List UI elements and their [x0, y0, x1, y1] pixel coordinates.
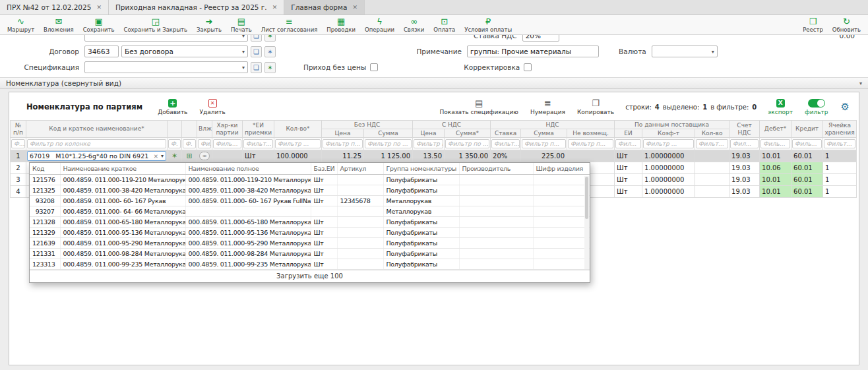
vat-account-cell[interactable]: 19.03 [729, 162, 760, 174]
close-icon[interactable]: ✕ [96, 4, 102, 11]
credit-cell[interactable]: 60.01 [791, 150, 823, 162]
non-refundable-cell[interactable] [567, 150, 615, 162]
item-manufacturer[interactable] [459, 206, 533, 217]
item-group[interactable]: Полуфабрикаты [383, 249, 459, 259]
supplier-unit-cell[interactable]: Шт [615, 162, 642, 174]
item-full-name[interactable]: 000.4859. 011.000-95-290 Металлорукав [185, 238, 311, 249]
item-group[interactable]: Металлорукав [383, 206, 459, 217]
column-filter-input[interactable]: Фильтр по колонке [27, 139, 166, 148]
close-icon[interactable]: ✕ [272, 4, 278, 11]
item-group[interactable]: Металлорукав [383, 196, 459, 206]
item-code[interactable]: 121329 [30, 228, 60, 238]
specification-combo[interactable]: ▾ [84, 61, 248, 73]
item-full-name[interactable] [185, 206, 311, 217]
numbering-button[interactable]: ≣ Нумерация [524, 99, 571, 115]
item-code[interactable]: 121639 [30, 238, 60, 249]
chevron-down-icon[interactable]: ▾ [161, 153, 164, 159]
route-button[interactable]: ∿ Маршрут [3, 16, 39, 34]
item-group[interactable]: Полуфабрикаты [383, 238, 459, 249]
save-and-close-button[interactable]: ◲ Сохранить и Закрыть [119, 16, 192, 34]
attachments-button[interactable]: ✉ Вложения [39, 16, 78, 34]
row-number[interactable]: 1 [11, 150, 26, 162]
column-filter-input[interactable]: Фильт... [491, 139, 520, 148]
credit-cell[interactable]: 60.01 [791, 162, 823, 174]
dropdown-scrollbar[interactable] [584, 176, 589, 269]
close-icon[interactable]: ✕ [352, 4, 357, 11]
storage-cell[interactable]: 1 [823, 150, 857, 162]
item-base-unit[interactable] [311, 206, 337, 217]
coefficient-cell[interactable]: 1.00000000 [642, 150, 695, 162]
dropdown-row[interactable]: 121331 000.4859. 011.000-98-284 Металлор… [30, 249, 590, 259]
print-button[interactable]: ▤ Печать [226, 16, 257, 34]
open-contract-button[interactable]: ❏ [251, 46, 262, 57]
approval-sheet-button[interactable]: ≡ Лист согласования [257, 16, 323, 34]
postings-button[interactable]: ▦ Проводки [322, 16, 360, 34]
chevron-down-icon[interactable]: ▾ [712, 49, 714, 55]
coefficient-cell[interactable]: 1.00000000 [642, 162, 695, 174]
item-code[interactable]: 121328 [30, 217, 60, 228]
column-filter-input[interactable]: Филь... [213, 139, 241, 148]
nomenclature-collapsed-section[interactable]: Номенклатура (свернутый вид) ▾ [0, 77, 868, 89]
correction-checkbox[interactable] [524, 63, 532, 71]
item-full-name[interactable]: 000.4859. 011.000-99-235 Металлорукав [185, 259, 311, 270]
item-short-name[interactable]: 000.4859. 011.000-98-284 Металлорукав [60, 249, 185, 259]
filter-toggle-button[interactable]: фильтр [799, 99, 834, 115]
item-article[interactable] [337, 175, 383, 185]
item-code[interactable]: 121325 [30, 185, 60, 196]
open-card-button[interactable]: ❏ [251, 35, 262, 42]
vat-account-cell[interactable]: 19.03 [729, 186, 760, 198]
save-button[interactable]: ▣ Сохранить [78, 16, 119, 34]
unit-cell[interactable]: Шт [243, 150, 274, 162]
coefficient-cell[interactable]: 1.00000000 [642, 174, 695, 186]
item-cipher[interactable] [533, 259, 590, 270]
supplier-unit-cell[interactable]: Шт [615, 150, 642, 162]
column-filter-input[interactable]: Фил... [198, 139, 211, 148]
tab-registry[interactable]: Приходная накладная - Реестр за 2025 г. … [109, 0, 284, 15]
column-filter-input[interactable]: Ф. [168, 139, 181, 148]
dropdown-row[interactable]: 93207 000.4859. 011.000- 64- 66 Металлор… [30, 206, 590, 217]
pick-button[interactable]: ✶ [264, 35, 276, 42]
item-cipher[interactable] [533, 249, 590, 259]
column-filter-input[interactable]: Фильт... [243, 139, 273, 148]
item-base-unit[interactable]: Шт [311, 196, 337, 206]
payment-button[interactable]: ⊡ Оплата [429, 16, 460, 34]
row-number[interactable]: 3 [11, 174, 26, 186]
grid-settings-button[interactable]: ⚙ [838, 101, 852, 113]
dropdown-row[interactable]: 121325 000.4859. 011.000-38-420 Металлор… [30, 185, 590, 196]
clear-icon[interactable]: ✕ [154, 153, 158, 160]
item-cipher[interactable] [533, 228, 590, 238]
column-filter-input[interactable]: Филь... [792, 139, 822, 148]
item-article[interactable] [337, 238, 383, 249]
item-manufacturer[interactable] [459, 196, 533, 206]
item-manufacturer[interactable] [459, 185, 533, 196]
dropdown-row[interactable]: 121576 000.4859. 011.000-119-210 Металло… [30, 175, 590, 185]
batch-props-cell[interactable] [212, 150, 243, 162]
contract-combo[interactable]: Без договора ▾ [121, 46, 248, 57]
item-cipher[interactable] [533, 217, 590, 228]
item-cipher[interactable] [533, 185, 590, 196]
item-cipher[interactable] [533, 175, 590, 185]
column-filter-input[interactable]: Филь... [760, 139, 790, 148]
debit-cell[interactable]: 10.06 [760, 162, 791, 174]
item-cipher[interactable] [533, 196, 590, 206]
contract-code-input[interactable] [84, 46, 119, 57]
item-article[interactable] [337, 217, 383, 228]
note-input[interactable] [467, 46, 599, 57]
item-short-name[interactable]: 000.4859. 011.000-99-235 Металлорукав [60, 259, 185, 270]
refresh-button[interactable]: ↻ Обновить [828, 16, 865, 34]
item-cipher[interactable] [533, 238, 590, 249]
close-button[interactable]: ➜ Закрыть [192, 16, 226, 34]
supplier-qty-cell[interactable] [695, 186, 729, 198]
storage-cell[interactable]: 1 [823, 186, 857, 198]
dropdown-row[interactable]: 93208 000.4859. 011.000- 60- 167 Рукав 0… [30, 196, 590, 206]
item-full-name[interactable]: 000.4859. 011.000-119-210 Металлорукав [185, 175, 311, 185]
debit-cell[interactable]: 10.01 [760, 186, 791, 198]
item-manufacturer[interactable] [459, 217, 533, 228]
delete-row-button[interactable]: ✕ Удалить [193, 99, 231, 115]
item-code[interactable]: 121576 [30, 175, 60, 185]
item-full-name[interactable]: 000.4859. 011.000- 60- 167 Рукав FullNam… [185, 196, 311, 206]
item-manufacturer[interactable] [459, 249, 533, 259]
dropdown-row[interactable]: 121639 000.4859. 011.000-95-290 Металлор… [30, 238, 590, 249]
item-article[interactable] [337, 249, 383, 259]
item-manufacturer[interactable] [459, 259, 533, 270]
